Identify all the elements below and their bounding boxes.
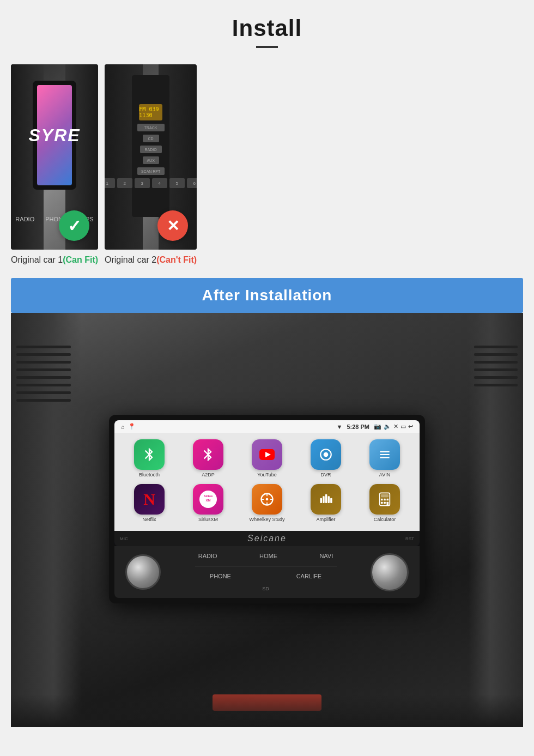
car2-fit-label: (Can't Fit): [156, 255, 197, 264]
app-calculator[interactable]: Calculator: [359, 484, 411, 522]
back-icon: ↩: [408, 423, 413, 430]
screen-statusbar: ⌂ 📍 ▼ 5:28 PM 📷 🔈 ✕ ▭ ↩: [114, 420, 420, 433]
time-display: 5:28 PM: [347, 424, 369, 430]
after-installation-banner: After Installation: [11, 278, 523, 313]
page-bottom: [0, 727, 534, 743]
svg-rect-16: [328, 496, 330, 503]
svg-rect-20: [381, 499, 383, 501]
car2-photo: FM 039 1130 TRACK CD RADIO AUX SCAN RPT …: [105, 64, 197, 250]
mic-label: MIC: [120, 536, 128, 541]
youtube-icon-bg: [252, 439, 282, 470]
svg-rect-14: [323, 496, 325, 503]
window-icon: ▭: [400, 423, 406, 430]
svg-point-8: [266, 498, 269, 501]
svg-rect-19: [381, 494, 389, 498]
svg-rect-17: [330, 498, 332, 503]
youtube-label: YouTube: [257, 472, 276, 477]
after-photo-section: ⌂ 📍 ▼ 5:28 PM 📷 🔈 ✕ ▭ ↩: [11, 313, 523, 727]
svg-rect-22: [387, 499, 389, 501]
svg-rect-15: [325, 494, 327, 503]
head-unit: ⌂ 📍 ▼ 5:28 PM 📷 🔈 ✕ ▭ ↩: [109, 415, 425, 603]
car1-photo: SYRE RADIO PHONE APPS ✓: [11, 64, 98, 250]
pin-icon: 📍: [128, 423, 136, 430]
right-knob[interactable]: [371, 553, 409, 591]
svg-rect-23: [381, 502, 383, 504]
car1-check-badge: ✓: [59, 210, 89, 241]
carlife-label: CARLIFE: [296, 573, 321, 579]
center-controls: RADIO HOME NAVI PHONE CARLIFE SD: [166, 553, 365, 591]
head-unit-screen: ⌂ 📍 ▼ 5:28 PM 📷 🔈 ✕ ▭ ↩: [114, 420, 420, 546]
svg-point-3: [324, 452, 329, 457]
car2-label: Original car 2(Can't Fit): [105, 255, 197, 265]
car2-photo-wrap: FM 039 1130 TRACK CD RADIO AUX SCAN RPT …: [105, 64, 197, 250]
netflix-icon-bg: N: [134, 484, 165, 515]
status-left: ⌂ 📍: [121, 423, 136, 430]
install-section: SYRE RADIO PHONE APPS ✓ Original car 1(C…: [11, 64, 523, 265]
seicane-bar: MIC Seicane RST: [114, 531, 420, 546]
car2-x-badge: ✕: [157, 210, 188, 241]
head-unit-controls: RADIO HOME NAVI PHONE CARLIFE SD: [114, 546, 420, 598]
a2dp-icon-bg: [193, 439, 223, 470]
app-youtube[interactable]: YouTube: [241, 439, 293, 477]
after-car-photo: ⌂ 📍 ▼ 5:28 PM 📷 🔈 ✕ ▭ ↩: [11, 313, 523, 727]
navi-label: NAVI: [319, 553, 333, 559]
app-avin[interactable]: AVIN: [359, 439, 411, 477]
svg-rect-21: [384, 499, 386, 501]
app-netflix[interactable]: N Netflix: [123, 484, 175, 522]
seicane-logo: Seicane: [247, 534, 287, 543]
status-icons: ▼ 5:28 PM 📷 🔈 ✕ ▭ ↩: [337, 423, 413, 430]
dvr-label: DVR: [320, 472, 331, 477]
x-icon: ✕: [393, 423, 398, 430]
svg-text:Sirius: Sirius: [204, 494, 213, 498]
svg-rect-25: [387, 502, 389, 506]
siriusxm-icon-bg: Sirius XM: [193, 484, 223, 515]
netflix-label: Netflix: [142, 517, 156, 522]
car2-label-static: Original car 2: [105, 255, 156, 264]
home-icon: ⌂: [121, 424, 125, 430]
screen-apps: Bluetooth A2DP: [114, 433, 420, 531]
title-underline: [256, 46, 278, 48]
app-siriusxm[interactable]: Sirius XM SiriusXM: [182, 484, 234, 522]
rst-label: RST: [405, 536, 414, 541]
phone-label: PHONE: [210, 573, 231, 579]
dvr-icon-bg: [311, 439, 341, 470]
car1-label: Original car 1(Can Fit): [11, 255, 98, 265]
app-amplifier[interactable]: Amplifier: [300, 484, 352, 522]
a2dp-label: A2DP: [202, 472, 215, 477]
page-header: Install: [0, 0, 534, 53]
app-a2dp[interactable]: A2DP: [182, 439, 234, 477]
left-knob[interactable]: [125, 554, 161, 590]
page-title: Install: [0, 15, 534, 41]
calculator-icon-bg: [369, 484, 400, 515]
home-label: HOME: [259, 553, 277, 559]
bluetooth-icon-bg: [134, 439, 165, 470]
car2-wrap: FM 039 1130 TRACK CD RADIO AUX SCAN RPT …: [105, 64, 197, 265]
camera-icon: 📷: [374, 423, 381, 430]
svg-rect-13: [320, 498, 323, 503]
svg-rect-24: [384, 502, 386, 504]
volume-icon: 🔈: [384, 423, 391, 430]
after-banner-text: After Installation: [202, 287, 332, 304]
avin-icon-bg: [369, 439, 400, 470]
sd-label: SD: [262, 586, 269, 591]
app-bluetooth[interactable]: Bluetooth: [123, 439, 175, 477]
car1-photo-wrap: SYRE RADIO PHONE APPS ✓: [11, 64, 98, 250]
amplifier-icon-bg: [311, 484, 341, 515]
car1-fit-label: (Can Fit): [63, 255, 98, 264]
wheelkey-label: Wheelkey Study: [249, 517, 284, 522]
calculator-label: Calculator: [374, 517, 396, 522]
car1-label-static: Original car 1: [11, 255, 63, 264]
avin-label: AVIN: [379, 472, 390, 477]
bluetooth-label: Bluetooth: [139, 472, 160, 477]
siriusxm-label: SiriusXM: [198, 517, 218, 522]
signal-icon: ▼: [337, 424, 343, 430]
app-dvr[interactable]: DVR: [300, 439, 352, 477]
car1-wrap: SYRE RADIO PHONE APPS ✓ Original car 1(C…: [11, 64, 98, 265]
wheelkey-icon-bg: [252, 484, 282, 515]
amplifier-label: Amplifier: [316, 517, 335, 522]
svg-text:XM: XM: [206, 499, 211, 502]
radio-label: RADIO: [198, 553, 217, 559]
app-wheelkey[interactable]: Wheelkey Study: [241, 484, 293, 522]
